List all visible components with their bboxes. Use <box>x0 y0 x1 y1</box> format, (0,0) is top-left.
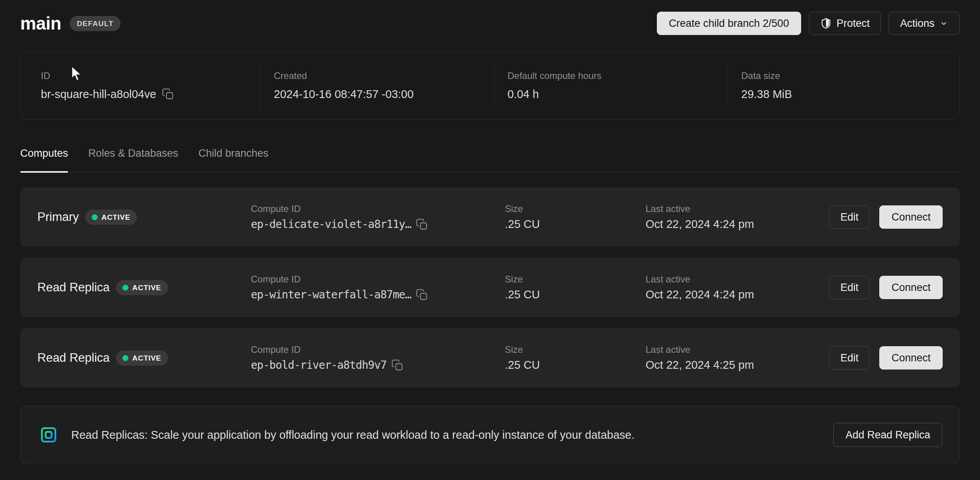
compute-size-cell: Size .25 CU <box>505 274 646 301</box>
compute-row: Read Replica ACTIVE Compute ID ep-winter… <box>20 258 960 317</box>
copy-icon[interactable] <box>416 289 428 301</box>
compute-id-cell: Compute ID ep-winter-waterfall-a87me… <box>251 274 505 301</box>
status-badge: ACTIVE <box>116 350 168 366</box>
compute-id-cell: Compute ID ep-delicate-violet-a8r11y… <box>251 203 505 231</box>
edit-button[interactable]: Edit <box>829 205 870 229</box>
size-column-label: Size <box>505 203 646 214</box>
read-replica-description: Read Replicas: Scale your application by… <box>71 429 635 441</box>
tab-roles-databases[interactable]: Roles & Databases <box>88 147 178 172</box>
compute-id-column-label: Compute ID <box>251 203 505 214</box>
protect-button-label: Protect <box>836 18 870 29</box>
size-column-label: Size <box>505 274 646 285</box>
status-badge: ACTIVE <box>85 210 137 225</box>
last-active-cell: Last active Oct 22, 2024 4:25 pm <box>646 344 829 371</box>
status-dot <box>122 285 128 291</box>
compute-id-column-label: Compute ID <box>251 274 505 285</box>
status-label: ACTIVE <box>102 214 130 221</box>
connect-button[interactable]: Connect <box>879 346 943 370</box>
status-label: ACTIVE <box>132 354 161 362</box>
compute-size-cell: Size .25 CU <box>505 344 646 371</box>
edit-button[interactable]: Edit <box>829 346 870 370</box>
size-value: .25 CU <box>505 359 646 371</box>
row-actions: Edit Connect <box>829 205 943 229</box>
compute-id-cell: Compute ID ep-bold-river-a8tdh9v7 <box>251 344 505 371</box>
compute-id-value: ep-winter-waterfall-a87me… <box>251 288 411 301</box>
default-badge: DEFAULT <box>70 16 121 31</box>
compute-size-cell: Size .25 CU <box>505 203 646 231</box>
last-active-value: Oct 22, 2024 4:24 pm <box>646 288 829 301</box>
size-value: .25 CU <box>505 218 646 231</box>
branch-info-card: ID br-square-hill-a8ol04ve Created 2024-… <box>20 51 960 119</box>
compute-rows: Primary ACTIVE Compute ID ep-delicate-vi… <box>20 187 960 387</box>
connect-button[interactable]: Connect <box>879 205 943 229</box>
compute-id-value: ep-delicate-violet-a8r11y… <box>251 218 411 231</box>
data-size-field: Data size 29.38 MiB <box>728 70 959 101</box>
page-header: main DEFAULT Create child branch 2/500 P… <box>20 0 960 36</box>
tab-bar: Computes Roles & Databases Child branche… <box>20 147 960 173</box>
cpu-chip-icon <box>38 424 60 446</box>
page-title: main <box>20 13 61 34</box>
last-active-cell: Last active Oct 22, 2024 4:24 pm <box>646 274 829 301</box>
connect-button[interactable]: Connect <box>879 276 943 299</box>
compute-hours-value: 0.04 h <box>508 88 728 101</box>
branch-id-value: br-square-hill-a8ol04ve <box>41 88 156 101</box>
edit-button[interactable]: Edit <box>829 276 870 299</box>
protect-button[interactable]: Protect <box>809 12 881 35</box>
create-child-branch-button[interactable]: Create child branch 2/500 <box>657 12 801 35</box>
branch-id-field: ID br-square-hill-a8ol04ve <box>21 70 260 101</box>
data-size-value: 29.38 MiB <box>741 88 959 101</box>
last-active-cell: Last active Oct 22, 2024 4:24 pm <box>646 203 829 231</box>
add-read-replica-button[interactable]: Add Read Replica <box>833 423 942 447</box>
compute-id-value: ep-bold-river-a8tdh9v7 <box>251 359 387 371</box>
branch-id-label: ID <box>41 70 260 81</box>
tab-child-branches[interactable]: Child branches <box>198 147 268 172</box>
data-size-label: Data size <box>741 70 959 81</box>
compute-name: Primary <box>37 210 79 224</box>
compute-row: Read Replica ACTIVE Compute ID ep-bold-r… <box>20 328 960 387</box>
compute-hours-field: Default compute hours 0.04 h <box>494 70 728 101</box>
compute-name-cell: Read Replica ACTIVE <box>37 350 251 366</box>
actions-button[interactable]: Actions <box>889 12 960 35</box>
created-label: Created <box>274 70 494 81</box>
compute-row: Primary ACTIVE Compute ID ep-delicate-vi… <box>20 187 960 247</box>
size-value: .25 CU <box>505 288 646 301</box>
shield-icon <box>820 18 832 29</box>
row-actions: Edit Connect <box>829 346 943 370</box>
last-active-value: Oct 22, 2024 4:25 pm <box>646 359 829 371</box>
size-column-label: Size <box>505 344 646 355</box>
last-active-value: Oct 22, 2024 4:24 pm <box>646 218 829 231</box>
branch-page: main DEFAULT Create child branch 2/500 P… <box>0 0 980 480</box>
compute-id-column-label: Compute ID <box>251 344 505 355</box>
status-dot <box>92 214 98 220</box>
row-actions: Edit Connect <box>829 276 943 299</box>
chevron-down-icon <box>939 19 948 28</box>
created-field: Created 2024-10-16 08:47:57 -03:00 <box>261 70 494 101</box>
title-wrap: main DEFAULT <box>20 13 121 34</box>
last-active-column-label: Last active <box>646 274 829 285</box>
created-value: 2024-10-16 08:47:57 -03:00 <box>274 88 494 101</box>
copy-icon[interactable] <box>391 359 404 371</box>
last-active-column-label: Last active <box>646 344 829 355</box>
header-actions: Create child branch 2/500 Protect Action… <box>657 12 960 35</box>
actions-button-label: Actions <box>900 18 934 29</box>
compute-name-cell: Read Replica ACTIVE <box>37 280 251 295</box>
read-replica-banner: Read Replicas: Scale your application by… <box>20 406 960 464</box>
last-active-column-label: Last active <box>646 203 829 214</box>
compute-name: Read Replica <box>37 351 110 365</box>
compute-name: Read Replica <box>37 280 110 294</box>
copy-icon[interactable] <box>416 218 428 231</box>
copy-icon[interactable] <box>162 88 174 100</box>
status-dot <box>122 355 128 361</box>
tab-computes[interactable]: Computes <box>20 147 68 172</box>
status-badge: ACTIVE <box>116 280 168 295</box>
status-label: ACTIVE <box>132 284 161 291</box>
compute-name-cell: Primary ACTIVE <box>37 210 251 225</box>
compute-hours-label: Default compute hours <box>508 70 728 81</box>
